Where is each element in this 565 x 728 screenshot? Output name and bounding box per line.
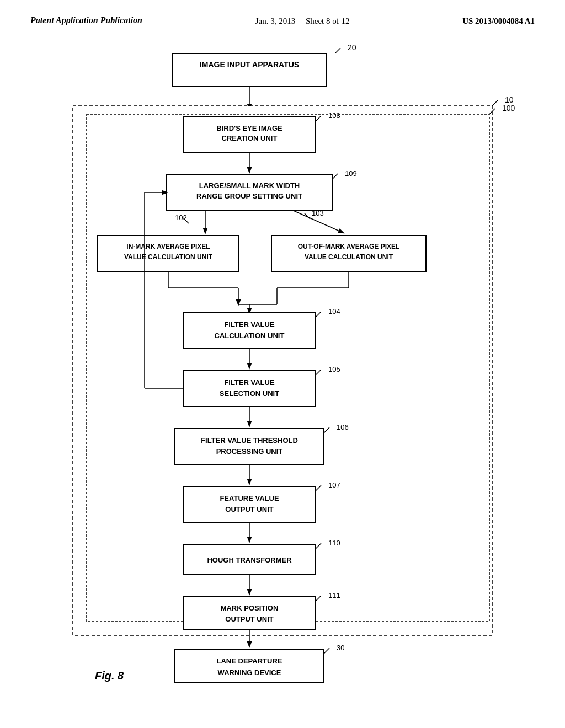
svg-line-84 [324,648,329,654]
svg-rect-64 [183,486,316,522]
svg-rect-75 [183,597,316,630]
svg-rect-58 [175,429,324,464]
svg-text:SELECTION UNIT: SELECTION UNIT [220,389,279,398]
svg-text:RANGE GROUP SETTING UNIT: RANGE GROUP SETTING UNIT [196,192,302,200]
svg-rect-81 [175,649,324,682]
svg-text:FILTER VALUE: FILTER VALUE [224,320,275,329]
svg-text:FILTER VALUE THRESHOLD: FILTER VALUE THRESHOLD [201,436,298,445]
svg-text:LANE DEPARTURE: LANE DEPARTURE [217,657,282,665]
svg-text:PROCESSING UNIT: PROCESSING UNIT [216,447,283,456]
svg-text:VALUE CALCULATION UNIT: VALUE CALCULATION UNIT [124,253,213,261]
svg-text:IN-MARK AVERAGE PIXEL: IN-MARK AVERAGE PIXEL [126,243,210,250]
page-header: Patent Application Publication Jan. 3, 2… [0,0,565,31]
svg-text:FEATURE VALUE: FEATURE VALUE [220,494,279,502]
date-sheet: Jan. 3, 2013 Sheet 8 of 12 [255,17,350,26]
svg-text:CALCULATION UNIT: CALCULATION UNIT [215,331,285,340]
svg-text:OUTPUT UNIT: OUTPUT UNIT [225,615,273,623]
date: Jan. 3, 2013 [255,17,296,25]
patent-number: US 2013/0004084 A1 [462,17,535,26]
svg-text:30: 30 [337,644,344,652]
svg-line-2 [335,48,340,53]
svg-text:109: 109 [345,169,357,178]
svg-text:VALUE CALCULATION UNIT: VALUE CALCULATION UNIT [305,253,393,261]
svg-text:OUTPUT UNIT: OUTPUT UNIT [225,505,273,513]
publication-label: Patent Application Publication [30,15,142,25]
svg-text:MARK POSITION: MARK POSITION [221,604,279,612]
svg-text:OUT-OF-MARK AVERAGE PIXEL: OUT-OF-MARK AVERAGE PIXEL [298,243,400,250]
svg-text:10: 10 [505,95,514,104]
svg-rect-0 [172,53,327,87]
svg-text:LARGE/SMALL MARK WIDTH: LARGE/SMALL MARK WIDTH [199,181,300,190]
svg-text:Fig. 8: Fig. 8 [95,670,124,682]
svg-text:108: 108 [328,111,340,120]
svg-text:CREATION UNIT: CREATION UNIT [222,134,278,142]
svg-text:102: 102 [175,213,187,222]
svg-text:IMAGE  INPUT APPARATUS: IMAGE INPUT APPARATUS [200,60,299,69]
svg-text:104: 104 [328,307,340,315]
svg-rect-49 [183,371,316,406]
svg-text:100: 100 [502,104,515,113]
svg-rect-43 [183,313,316,349]
svg-text:105: 105 [328,365,340,373]
svg-text:WARNING DEVICE: WARNING DEVICE [218,668,281,677]
svg-text:HOUGH TRANSFORMER: HOUGH TRANSFORMER [207,556,292,564]
svg-text:BIRD'S EYE IMAGE: BIRD'S EYE IMAGE [216,124,282,132]
svg-text:106: 106 [337,423,349,431]
svg-text:103: 103 [312,209,324,217]
svg-text:FILTER VALUE: FILTER VALUE [224,378,275,387]
svg-line-6 [492,100,498,106]
diagram-area: IMAGE INPUT APPARATUS 20 10 100 BIRD'S E… [0,31,565,710]
svg-text:20: 20 [348,43,356,52]
svg-text:107: 107 [328,481,340,489]
sheet: Sheet 8 of 12 [306,17,350,25]
flowchart-svg: IMAGE INPUT APPARATUS 20 10 100 BIRD'S E… [34,42,531,693]
svg-text:110: 110 [328,539,340,547]
svg-text:111: 111 [328,591,340,599]
